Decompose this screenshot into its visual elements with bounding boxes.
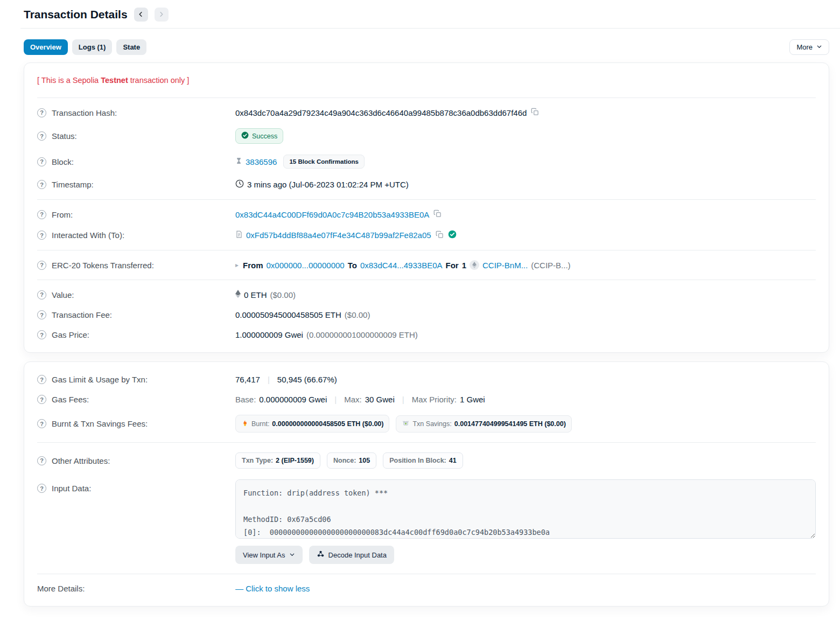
transaction-fee-amount: 0.000050945000458505 ETH: [235, 310, 341, 319]
txn-type-value: 2 (EIP-1559): [276, 457, 314, 464]
value-label: Value:: [52, 290, 74, 299]
copy-icon: [433, 210, 442, 219]
transfer-amount: 1: [462, 261, 466, 270]
gas-limit-value: 76,417: [235, 375, 260, 384]
transaction-fee-usd: ($0.00): [345, 310, 370, 319]
value-usd: ($0.00): [270, 290, 296, 299]
token-name-link[interactable]: CCIP-BnM...: [482, 261, 528, 270]
block-confirmations-badge: 15 Block Confirmations: [283, 155, 364, 169]
page-title: Transaction Details: [24, 8, 128, 21]
status-value: Success: [252, 133, 277, 140]
help-icon[interactable]: [37, 131, 46, 141]
divider: [37, 97, 816, 98]
transfer-to-address-link[interactable]: 0x83dC44...4933BE0A: [360, 261, 443, 270]
flame-icon: [241, 419, 249, 428]
block-number-link[interactable]: 3836596: [246, 157, 277, 166]
chevron-right-icon: [158, 11, 164, 19]
more-button-label: More: [796, 43, 813, 51]
other-attributes-label: Other Attributes:: [52, 456, 110, 465]
copy-transaction-hash-button[interactable]: [530, 108, 540, 117]
copy-icon: [436, 231, 444, 240]
separator: |: [268, 375, 270, 384]
separator: |: [334, 395, 337, 404]
testnet-note-bold: Testnet: [101, 76, 128, 85]
more-button[interactable]: More: [789, 39, 829, 55]
help-icon[interactable]: [37, 310, 46, 319]
copy-icon: [531, 108, 539, 117]
status-badge: Success: [235, 128, 283, 144]
interacted-with-address-link[interactable]: 0xFd57b4ddBf88a4e07fF4e34C487b99af2Fe82a…: [246, 231, 431, 240]
transfer-for-label: For: [446, 261, 459, 270]
help-icon[interactable]: [37, 419, 46, 428]
decode-input-data-label: Decode Input Data: [328, 551, 387, 559]
transfer-from-address-link[interactable]: 0x000000...00000000: [267, 261, 345, 270]
value-row: Value: 0 ETH ($0.00): [37, 284, 816, 305]
txn-type-badge: Txn Type: 2 (EIP-1559): [235, 452, 320, 469]
help-icon[interactable]: [37, 484, 46, 493]
next-transaction-button: [155, 8, 169, 22]
help-icon[interactable]: [37, 210, 46, 219]
base-fee-value: 0.000000009 Gwei: [259, 395, 327, 404]
tab-logs[interactable]: Logs (1): [72, 39, 113, 55]
txn-type-label: Txn Type:: [242, 457, 273, 464]
overview-card: [ This is a Sepolia Testnet transaction …: [24, 62, 829, 353]
details-card: Gas Limit & Usage by Txn: 76,417 | 50,94…: [24, 361, 829, 607]
tab-state[interactable]: State: [116, 39, 146, 55]
help-icon[interactable]: [37, 395, 46, 404]
status-row: Status: Success: [37, 123, 816, 149]
gas-limit-row: Gas Limit & Usage by Txn: 76,417 | 50,94…: [37, 370, 816, 389]
help-icon[interactable]: [37, 231, 46, 240]
from-address-link[interactable]: 0x83dC44a4C00DFf69d0A0c7c94B20b53a4933BE…: [235, 210, 429, 219]
testnet-note-pre: [ This is a Sepolia: [37, 76, 101, 85]
burnt-savings-label: Burnt & Txn Savings Fees:: [52, 419, 148, 428]
testnet-note: [ This is a Sepolia Testnet transaction …: [37, 71, 816, 93]
view-input-as-button[interactable]: View Input As: [235, 546, 303, 564]
divider: [37, 574, 816, 574]
erc20-transfers-row: ERC-20 Tokens Transferred: ▸ From 0x0000…: [37, 255, 816, 275]
erc20-transfers-label: ERC-20 Tokens Transferred:: [52, 261, 154, 270]
help-icon[interactable]: [37, 330, 46, 339]
burnt-savings-row: Burnt & Txn Savings Fees: Burnt: 0.00000…: [37, 409, 816, 438]
chevron-left-icon: [138, 11, 144, 19]
separator: |: [402, 395, 404, 404]
help-icon[interactable]: [37, 108, 46, 117]
copy-from-address-button[interactable]: [432, 210, 443, 219]
chevron-down-icon: [816, 43, 822, 51]
page-header: Transaction Details: [24, 3, 829, 28]
tabs-row: Overview Logs (1) State More: [24, 39, 829, 55]
help-icon[interactable]: [37, 261, 46, 270]
tab-overview[interactable]: Overview: [24, 39, 68, 55]
copy-contract-address-button[interactable]: [435, 231, 445, 240]
gas-limit-label: Gas Limit & Usage by Txn:: [52, 375, 148, 384]
eth-diamond-icon: [235, 290, 241, 299]
verified-contract-check-icon: [448, 230, 457, 240]
position-in-block-badge: Position In Block: 41: [383, 452, 463, 469]
nonce-badge: Nonce: 105: [327, 452, 376, 469]
clock-icon: [235, 179, 244, 190]
gas-price-label: Gas Price:: [52, 330, 89, 339]
previous-transaction-button[interactable]: [134, 8, 148, 22]
txn-savings-badge: Txn Savings: 0.001477404999541495 ETH ($…: [396, 415, 571, 433]
help-icon[interactable]: [37, 375, 46, 384]
help-icon[interactable]: [37, 157, 46, 166]
help-icon[interactable]: [37, 290, 46, 299]
view-input-as-label: View Input As: [243, 551, 285, 559]
help-icon[interactable]: [37, 456, 46, 465]
decode-input-data-button[interactable]: Decode Input Data: [309, 546, 394, 564]
timestamp-label: Timestamp:: [52, 180, 94, 189]
position-in-block-label: Position In Block:: [389, 457, 446, 464]
burnt-value: 0.000000000000458505 ETH ($0.00): [272, 420, 383, 428]
from-row: From: 0x83dC44a4C00DFf69d0A0c7c94B20b53a…: [37, 204, 816, 225]
other-attributes-row: Other Attributes: Txn Type: 2 (EIP-1559)…: [37, 447, 816, 474]
gas-fees-label: Gas Fees:: [52, 395, 89, 404]
gas-price-alt: (0.000000001000000009 ETH): [306, 330, 418, 339]
input-data-label: Input Data:: [52, 484, 91, 493]
divider: [37, 280, 816, 280]
show-less-link[interactable]: — Click to show less: [235, 584, 310, 593]
transaction-fee-label: Transaction Fee:: [52, 310, 112, 319]
transfer-from-label: From: [243, 261, 263, 270]
transaction-hash-label: Transaction Hash:: [52, 108, 117, 117]
help-icon[interactable]: [37, 180, 46, 189]
input-data-textarea[interactable]: Function: drip(address token) *** Method…: [235, 479, 816, 539]
timestamp-value: 3 mins ago (Jul-06-2023 01:02:24 PM +UTC…: [247, 180, 409, 189]
